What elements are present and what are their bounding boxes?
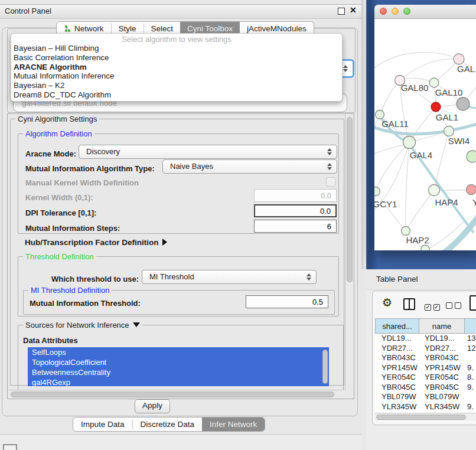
node-bottom-partial[interactable] (421, 245, 429, 250)
table-row[interactable]: YPR145W YPR145W 9. (375, 363, 476, 373)
popup-item-basic-correlation[interactable]: Basic Correlation Inference (11, 53, 342, 63)
popup-item-mutual-information[interactable]: Mutual Information Inference (11, 71, 342, 81)
node-gal11[interactable] (376, 110, 384, 119)
deselect-all-columns-icon[interactable] (446, 302, 461, 311)
docked-panel-icon[interactable] (3, 444, 17, 450)
apply-button[interactable]: Apply (135, 399, 170, 413)
mi-type-label: Mutual Information Algorithm Type: (25, 164, 155, 173)
sources-toggle[interactable]: Sources for Network Inference (23, 321, 142, 330)
node-label: GAL10 (435, 87, 463, 97)
tab-discretize-data[interactable]: Discretize Data (133, 418, 203, 431)
table-panel-header: Table Panel (366, 269, 476, 290)
network-view-window[interactable]: GAL GAL80 GAL10 GAL1 GAL11 SWI4 GAL4 GCY… (374, 5, 476, 250)
node-hap4[interactable] (429, 185, 440, 196)
aracne-mode-combo[interactable]: Discovery (79, 145, 337, 159)
table-mode-icon[interactable] (470, 295, 476, 311)
tab-impute-data[interactable]: Impute Data (73, 418, 132, 431)
table-horizontal-scrollbar[interactable] (375, 413, 476, 421)
node-red[interactable] (431, 102, 441, 112)
tab-infer-network[interactable]: Infer Network (202, 418, 265, 431)
list-item-gal4rgexp[interactable]: gal4RGexp (28, 377, 329, 386)
popup-item-dream8[interactable]: Dream8 DC_TDC Algorithm (11, 90, 342, 100)
node-label: SWI4 (448, 136, 470, 146)
network-window-titlebar[interactable] (374, 5, 476, 19)
node-label: GAL4 (410, 150, 432, 160)
list-item-topologicalcoefficient[interactable]: TopologicalCoefficient (28, 357, 329, 367)
aracne-mode-label: Aracne Mode: (25, 149, 76, 158)
network-canvas[interactable]: GAL GAL80 GAL10 GAL1 GAL11 SWI4 GAL4 GCY… (374, 19, 476, 250)
combo-stepper-icon (343, 65, 348, 72)
float-panel-icon[interactable] (338, 8, 345, 15)
popup-item-bayesian-hill[interactable]: Bayesian – Hill Climbing (11, 44, 342, 53)
table-row[interactable]: YDR27... YDR27... 12 (375, 344, 476, 354)
table-panel-title: Table Panel (376, 275, 418, 283)
node-table: shared... name YDL19... YDL19... 13 YDR2… (375, 318, 476, 422)
gear-icon[interactable]: ⚙ (382, 296, 392, 309)
close-panel-icon[interactable]: ✕ (350, 5, 357, 15)
node-salmon[interactable] (467, 185, 476, 195)
node-gal10[interactable] (429, 78, 439, 87)
network-tab-icon (64, 25, 71, 32)
mi-steps-label: Mutual Information Steps: (25, 224, 120, 233)
table-row[interactable]: YBL079W YBL079W (375, 392, 476, 402)
popup-item-aracne[interactable]: ARACNE Algorithm (11, 63, 342, 72)
popup-item-bayesian-k2[interactable]: Bayesian – K2 (11, 81, 342, 90)
split-columns-icon[interactable] (403, 298, 415, 310)
dpi-tolerance-input[interactable] (254, 204, 337, 217)
table-header-row: shared... name (375, 318, 476, 334)
close-traffic-light-icon[interactable] (380, 8, 387, 15)
mi-type-combo[interactable]: Naive Bayes (162, 159, 337, 174)
scrollbar-thumb[interactable] (11, 392, 334, 397)
node-green-right[interactable] (467, 151, 476, 162)
table-row[interactable]: YLR345W YLR345W 9. (375, 402, 476, 412)
settings-vertical-scrollbar[interactable] (345, 114, 354, 389)
node-label: HAP2 (406, 235, 429, 245)
data-attributes-list: SelfLoops TopologicalCoefficient Between… (28, 347, 329, 386)
zoom-traffic-light-icon[interactable] (403, 8, 410, 15)
node-label: GAL80 (401, 83, 429, 93)
which-threshold-label: Which threshold to use: (51, 275, 139, 283)
node-label: HAP4 (435, 197, 458, 207)
node-label: GAL1 (436, 112, 458, 122)
table-row[interactable]: YBR045C YBR045C 9. (375, 383, 476, 393)
node-hap2[interactable] (402, 227, 410, 236)
dpi-tolerance-label: DPI Tolerance [0,1]: (25, 208, 96, 217)
expand-right-icon (162, 239, 167, 246)
settings-horizontal-scrollbar[interactable] (8, 390, 345, 399)
node-gray[interactable] (457, 97, 470, 110)
mi-threshold-input[interactable] (246, 295, 328, 308)
which-threshold-combo[interactable]: MI Threshold (142, 270, 317, 284)
column-header-shared-name[interactable]: shared... (375, 318, 419, 334)
kernel-width-input[interactable] (254, 189, 337, 202)
scrollbar-thumb[interactable] (376, 415, 466, 420)
node-gcy1[interactable] (374, 187, 380, 196)
cyni-algorithm-settings-group: Cyni Algorithm Settings Algorithm Defini… (10, 119, 344, 386)
scrollbar-thumb[interactable] (347, 117, 353, 282)
network-graph: GAL GAL80 GAL10 GAL1 GAL11 SWI4 GAL4 GCY… (374, 19, 476, 250)
minimize-traffic-light-icon[interactable] (392, 8, 399, 15)
hub-definition-toggle[interactable]: Hub/Transcription Factor Definition (25, 238, 167, 247)
column-header-partial[interactable] (465, 318, 476, 334)
table-row[interactable]: YER054C YER054C 8. (375, 373, 476, 383)
list-item-betweennesscentrality[interactable]: BetweennessCentrality (28, 367, 329, 377)
list-item-selfloops[interactable]: SelfLoops (28, 347, 329, 357)
data-attributes-label: Data Attributes (23, 336, 78, 345)
table-row[interactable]: YBR043C YBR043C (375, 353, 476, 363)
table-row[interactable]: YDL19... YDL19... 13 (375, 334, 476, 344)
list-scrollbar-thumb[interactable] (322, 350, 328, 384)
bottom-tabs: Impute Data Discretize Data Infer Networ… (73, 417, 265, 432)
mi-steps-input[interactable] (254, 220, 337, 233)
node-gal4[interactable] (403, 136, 416, 149)
table-panel-area: Table Panel ⚙ ✓ ✓ shared... name (366, 269, 476, 450)
manual-kernel-checkbox[interactable] (326, 177, 335, 187)
kernel-width-label: Kernel Width (0,1): (25, 193, 93, 202)
node-label: GAL11 (382, 119, 409, 129)
popup-prompt: Select algorithm to view settings (11, 35, 342, 44)
algorithm-definition-group: Algorithm Definition Aracne Mode: Discov… (18, 133, 339, 234)
algorithm-dropdown-popup: Select algorithm to view settings Bayesi… (11, 33, 343, 102)
column-header-name[interactable]: name (419, 318, 465, 334)
node-swi4[interactable] (444, 126, 454, 136)
node-pink-top[interactable] (454, 54, 464, 64)
table-panel: ⚙ ✓ ✓ shared... name YDL1 (372, 291, 476, 425)
select-all-columns-icon[interactable]: ✓ ✓ (425, 302, 440, 311)
